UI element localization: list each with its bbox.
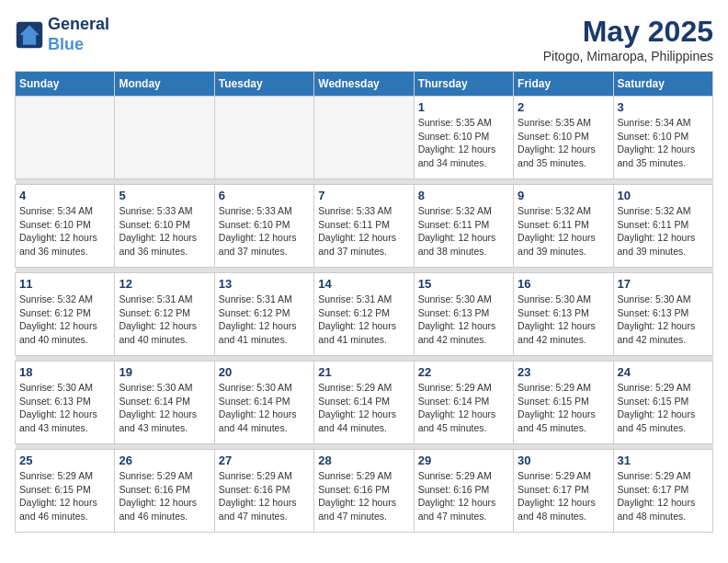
calendar-cell: 1Sunrise: 5:35 AM Sunset: 6:10 PM Daylig…	[414, 97, 513, 179]
day-number: 25	[19, 454, 110, 467]
day-number: 27	[219, 454, 310, 467]
calendar-cell: 25Sunrise: 5:29 AM Sunset: 6:15 PM Dayli…	[16, 450, 115, 533]
calendar-cell: 7Sunrise: 5:33 AM Sunset: 6:11 PM Daylig…	[314, 185, 414, 268]
calendar-cell: 30Sunrise: 5:29 AM Sunset: 6:17 PM Dayli…	[514, 450, 613, 533]
week-row-1: 1Sunrise: 5:35 AM Sunset: 6:10 PM Daylig…	[16, 97, 713, 179]
calendar-cell: 18Sunrise: 5:30 AM Sunset: 6:13 PM Dayli…	[16, 362, 115, 444]
weekday-header-thursday: Thursday	[414, 72, 513, 97]
weekday-header-sunday: Sunday	[16, 72, 115, 97]
day-info: Sunrise: 5:30 AM Sunset: 6:13 PM Dayligh…	[418, 293, 509, 347]
day-number: 22	[418, 365, 509, 379]
day-number: 26	[119, 454, 210, 467]
day-info: Sunrise: 5:29 AM Sunset: 6:15 PM Dayligh…	[618, 381, 709, 435]
calendar-cell: 6Sunrise: 5:33 AM Sunset: 6:10 PM Daylig…	[214, 185, 313, 268]
day-number: 5	[119, 189, 210, 202]
weekday-header-wednesday: Wednesday	[314, 72, 414, 97]
day-number: 28	[318, 454, 409, 467]
day-number: 21	[318, 365, 409, 379]
day-info: Sunrise: 5:35 AM Sunset: 6:10 PM Dayligh…	[418, 116, 509, 170]
day-info: Sunrise: 5:34 AM Sunset: 6:10 PM Dayligh…	[19, 204, 110, 259]
weekday-header-tuesday: Tuesday	[214, 72, 313, 97]
day-info: Sunrise: 5:29 AM Sunset: 6:14 PM Dayligh…	[418, 381, 509, 435]
calendar-cell: 19Sunrise: 5:30 AM Sunset: 6:14 PM Dayli…	[115, 362, 214, 444]
day-number: 3	[618, 100, 709, 114]
day-info: Sunrise: 5:32 AM Sunset: 6:12 PM Dayligh…	[19, 293, 110, 347]
calendar-cell: 23Sunrise: 5:29 AM Sunset: 6:15 PM Dayli…	[514, 362, 613, 444]
day-number: 23	[518, 365, 609, 379]
day-info: Sunrise: 5:29 AM Sunset: 6:15 PM Dayligh…	[19, 469, 110, 523]
page-header: General Blue May 2025 Pitogo, Mimaropa, …	[15, 15, 713, 63]
day-info: Sunrise: 5:32 AM Sunset: 6:11 PM Dayligh…	[518, 204, 609, 259]
day-number: 4	[19, 189, 110, 202]
day-info: Sunrise: 5:33 AM Sunset: 6:10 PM Dayligh…	[219, 204, 310, 259]
calendar-cell: 2Sunrise: 5:35 AM Sunset: 6:10 PM Daylig…	[514, 97, 613, 179]
day-number: 30	[518, 454, 609, 467]
weekday-header-row: SundayMondayTuesdayWednesdayThursdayFrid…	[16, 72, 713, 97]
day-number: 7	[318, 189, 409, 202]
day-info: Sunrise: 5:30 AM Sunset: 6:13 PM Dayligh…	[618, 293, 709, 347]
day-info: Sunrise: 5:29 AM Sunset: 6:17 PM Dayligh…	[518, 469, 609, 523]
logo-line1: General	[48, 15, 109, 35]
day-number: 11	[19, 277, 110, 291]
calendar-cell: 9Sunrise: 5:32 AM Sunset: 6:11 PM Daylig…	[514, 185, 613, 268]
calendar-cell	[314, 97, 414, 179]
calendar-cell: 26Sunrise: 5:29 AM Sunset: 6:16 PM Dayli…	[115, 450, 214, 533]
logo: General Blue	[15, 15, 109, 54]
calendar-cell: 4Sunrise: 5:34 AM Sunset: 6:10 PM Daylig…	[16, 185, 115, 268]
day-number: 29	[418, 454, 509, 467]
calendar-cell: 20Sunrise: 5:30 AM Sunset: 6:14 PM Dayli…	[214, 362, 313, 444]
day-number: 13	[219, 277, 310, 291]
calendar-cell: 12Sunrise: 5:31 AM Sunset: 6:12 PM Dayli…	[115, 273, 214, 356]
day-info: Sunrise: 5:29 AM Sunset: 6:16 PM Dayligh…	[119, 469, 210, 523]
day-info: Sunrise: 5:29 AM Sunset: 6:14 PM Dayligh…	[318, 381, 409, 435]
day-number: 1	[418, 100, 509, 114]
calendar-cell	[16, 97, 115, 179]
calendar-cell: 3Sunrise: 5:34 AM Sunset: 6:10 PM Daylig…	[613, 97, 712, 179]
day-info: Sunrise: 5:30 AM Sunset: 6:13 PM Dayligh…	[19, 381, 110, 435]
day-info: Sunrise: 5:31 AM Sunset: 6:12 PM Dayligh…	[219, 293, 310, 347]
day-info: Sunrise: 5:34 AM Sunset: 6:10 PM Dayligh…	[618, 116, 709, 170]
day-info: Sunrise: 5:30 AM Sunset: 6:14 PM Dayligh…	[119, 381, 210, 435]
day-info: Sunrise: 5:31 AM Sunset: 6:12 PM Dayligh…	[318, 293, 409, 347]
day-info: Sunrise: 5:29 AM Sunset: 6:16 PM Dayligh…	[219, 469, 310, 523]
day-info: Sunrise: 5:29 AM Sunset: 6:16 PM Dayligh…	[318, 469, 409, 523]
calendar-cell: 8Sunrise: 5:32 AM Sunset: 6:11 PM Daylig…	[414, 185, 513, 268]
weekday-header-saturday: Saturday	[613, 72, 712, 97]
calendar-cell: 11Sunrise: 5:32 AM Sunset: 6:12 PM Dayli…	[16, 273, 115, 356]
day-number: 24	[618, 365, 709, 379]
calendar-title: May 2025	[543, 15, 713, 49]
calendar-cell: 16Sunrise: 5:30 AM Sunset: 6:13 PM Dayli…	[514, 273, 613, 356]
day-info: Sunrise: 5:33 AM Sunset: 6:11 PM Dayligh…	[318, 204, 409, 259]
day-info: Sunrise: 5:32 AM Sunset: 6:11 PM Dayligh…	[418, 204, 509, 259]
day-number: 10	[618, 189, 709, 202]
day-info: Sunrise: 5:32 AM Sunset: 6:11 PM Dayligh…	[618, 204, 709, 259]
day-info: Sunrise: 5:31 AM Sunset: 6:12 PM Dayligh…	[119, 293, 210, 347]
day-number: 31	[618, 454, 709, 467]
weekday-header-friday: Friday	[514, 72, 613, 97]
week-row-4: 18Sunrise: 5:30 AM Sunset: 6:13 PM Dayli…	[16, 362, 713, 444]
day-info: Sunrise: 5:29 AM Sunset: 6:17 PM Dayligh…	[618, 469, 709, 523]
calendar-cell: 28Sunrise: 5:29 AM Sunset: 6:16 PM Dayli…	[314, 450, 414, 533]
calendar-cell: 17Sunrise: 5:30 AM Sunset: 6:13 PM Dayli…	[613, 273, 712, 356]
week-row-2: 4Sunrise: 5:34 AM Sunset: 6:10 PM Daylig…	[16, 185, 713, 268]
day-number: 8	[418, 189, 509, 202]
weekday-header-monday: Monday	[115, 72, 214, 97]
day-number: 9	[518, 189, 609, 202]
day-info: Sunrise: 5:35 AM Sunset: 6:10 PM Dayligh…	[518, 116, 609, 170]
calendar-cell: 24Sunrise: 5:29 AM Sunset: 6:15 PM Dayli…	[613, 362, 712, 444]
day-info: Sunrise: 5:29 AM Sunset: 6:15 PM Dayligh…	[518, 381, 609, 435]
day-number: 18	[19, 365, 110, 379]
day-info: Sunrise: 5:30 AM Sunset: 6:13 PM Dayligh…	[518, 293, 609, 347]
day-info: Sunrise: 5:33 AM Sunset: 6:10 PM Dayligh…	[119, 204, 210, 259]
day-number: 19	[119, 365, 210, 379]
calendar-cell: 31Sunrise: 5:29 AM Sunset: 6:17 PM Dayli…	[613, 450, 712, 533]
title-block: May 2025 Pitogo, Mimaropa, Philippines	[543, 15, 713, 63]
calendar-cell	[115, 97, 214, 179]
week-row-5: 25Sunrise: 5:29 AM Sunset: 6:15 PM Dayli…	[16, 450, 713, 533]
calendar-cell: 14Sunrise: 5:31 AM Sunset: 6:12 PM Dayli…	[314, 273, 414, 356]
calendar-cell: 5Sunrise: 5:33 AM Sunset: 6:10 PM Daylig…	[115, 185, 214, 268]
day-number: 20	[219, 365, 310, 379]
calendar-cell	[214, 97, 313, 179]
logo-icon	[15, 20, 44, 50]
day-number: 12	[119, 277, 210, 291]
